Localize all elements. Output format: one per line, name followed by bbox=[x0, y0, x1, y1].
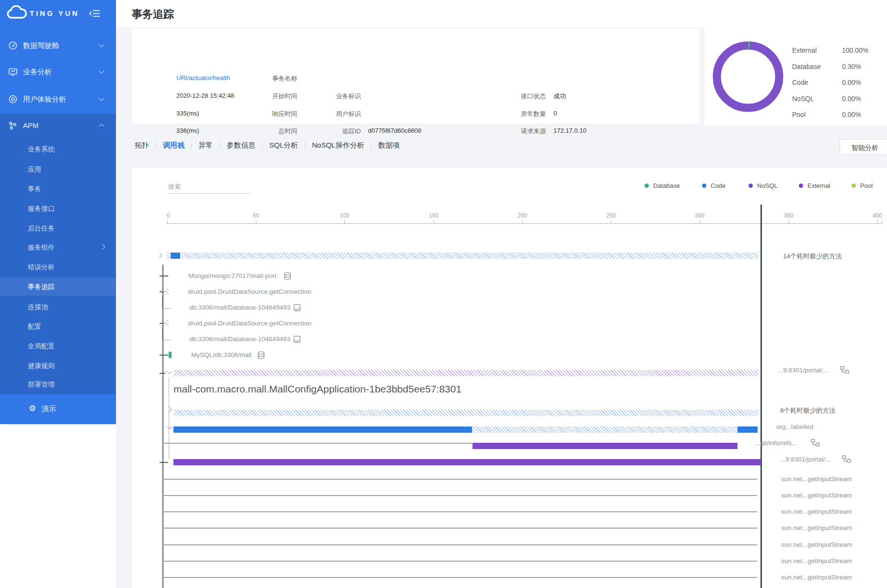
field-label: 事务名称 bbox=[249, 74, 297, 83]
chevron-down-icon bbox=[99, 68, 104, 73]
sidebar-demo-button[interactable]: ⚙ 演示 bbox=[0, 394, 116, 424]
sidebar: TING YUN 数据驾驶舱 业务分析 bbox=[0, 0, 116, 424]
legend-item-code: Code bbox=[702, 182, 726, 189]
time-cursor-line[interactable] bbox=[760, 205, 762, 588]
span-label[interactable]: db:3306/mall/Database-104849493 bbox=[189, 335, 290, 343]
span-right-label[interactable]: org...labelled bbox=[776, 423, 813, 430]
row-line bbox=[163, 479, 757, 480]
sidebar-item-apm[interactable]: APM bbox=[0, 117, 116, 134]
span-right-label[interactable]: sun.net...getInputStream bbox=[781, 541, 852, 548]
span-bar[interactable] bbox=[166, 320, 169, 326]
collapsed-methods-label[interactable]: 14个耗时极少的方法 bbox=[783, 252, 842, 261]
tab-data-items[interactable]: 数据项 bbox=[378, 141, 400, 150]
axis-tick-label: 0 bbox=[167, 212, 170, 219]
span-bar[interactable] bbox=[173, 370, 759, 376]
sidebar-item-label: 数据驾驶舱 bbox=[23, 37, 59, 54]
span-right-label[interactable]: ...9:8301/portal/... bbox=[780, 456, 830, 463]
span-right-label[interactable]: sun.net...getInputStream bbox=[781, 574, 852, 581]
span-right-label[interactable]: sun.net...getInputStream bbox=[781, 492, 852, 499]
tab-topology[interactable]: 拓扑 bbox=[135, 141, 149, 150]
sidebar-subitem-transaction-trace[interactable]: 事务追踪 bbox=[0, 277, 116, 296]
tab-parameters[interactable]: 参数信息 bbox=[227, 141, 255, 150]
span-bar[interactable] bbox=[472, 443, 737, 449]
sql-statement-icon bbox=[293, 335, 301, 343]
span-bar[interactable] bbox=[171, 253, 180, 259]
span-right-label[interactable]: sun.net...getInputStream bbox=[781, 557, 852, 565]
legend-item-external: External bbox=[799, 182, 830, 189]
sidebar-subitem-error-analysis[interactable]: 错误分析 bbox=[0, 258, 116, 276]
row-line bbox=[163, 443, 472, 444]
sidebar-subitem-health-rules[interactable]: 健康规则 bbox=[0, 357, 116, 375]
field-label: 追踪ID bbox=[313, 127, 361, 136]
span-bar[interactable] bbox=[169, 352, 172, 358]
breakdown-value: 0.00% bbox=[842, 79, 861, 86]
sidebar-subitem-connection-pool[interactable]: 连接池 bbox=[0, 298, 116, 316]
request-source-value: 172.17.0.10 bbox=[553, 127, 587, 134]
sidebar-subitem-service-interface[interactable]: 服务接口 bbox=[0, 199, 116, 218]
tab-separator bbox=[156, 142, 156, 149]
chevron-down-icon bbox=[99, 95, 104, 101]
target-icon bbox=[8, 94, 18, 104]
transaction-name-link[interactable]: URI/actuator/health bbox=[176, 74, 230, 81]
sidebar-subitem-business-system[interactable]: 业务系统 bbox=[0, 140, 116, 158]
span-label[interactable]: Mongo/mongo:27017/mall-port bbox=[188, 272, 276, 279]
sidebar-subitem-deploy-management[interactable]: 部署管理 bbox=[0, 375, 116, 393]
tab-exceptions[interactable]: 异常 bbox=[198, 141, 213, 150]
span-label[interactable]: db:3306/mall/Database-104849493 bbox=[189, 304, 290, 311]
smart-analysis-button[interactable]: 智能分析 bbox=[840, 139, 887, 155]
sidebar-subitem-background-task[interactable]: 后台任务 bbox=[0, 219, 116, 237]
nodes-icon bbox=[8, 121, 18, 130]
tab-nosql-analysis[interactable]: NoSQL操作分析 bbox=[312, 141, 364, 150]
breakdown-donut-chart bbox=[713, 41, 783, 112]
transaction-info-panel: 事务名称 URI/actuator/health 开始时间 2020-12-28… bbox=[132, 28, 699, 124]
topology-icon[interactable] bbox=[811, 439, 820, 447]
span-right-label[interactable]: sun.net...getInputStream bbox=[781, 508, 852, 515]
code-dot-icon bbox=[702, 184, 706, 188]
tab-call-stack[interactable]: 调用栈 bbox=[163, 141, 184, 150]
legend-item-pool: Pool bbox=[852, 182, 873, 189]
span-right-label[interactable]: sun.net...getInputStream bbox=[781, 475, 852, 483]
span-right-label[interactable]: ...9:8301/portal/... bbox=[778, 367, 828, 374]
span-label[interactable]: druid.pool.DruidDataSource.getConnection bbox=[188, 320, 311, 327]
sidebar-item-data-cockpit[interactable]: 数据驾驶舱 bbox=[0, 37, 116, 54]
span-bar[interactable] bbox=[737, 427, 758, 433]
topology-icon[interactable] bbox=[842, 455, 851, 463]
field-label: 总时间 bbox=[249, 127, 297, 136]
field-label: 响应时间 bbox=[249, 110, 297, 118]
span-right-label[interactable]: ...git/info/refs... bbox=[755, 439, 797, 447]
axis-tick-label: 400 bbox=[873, 212, 882, 219]
sidebar-subitem-global-config[interactable]: 全局配置 bbox=[0, 337, 116, 355]
breakdown-value: 0.00% bbox=[842, 111, 861, 118]
search-input[interactable] bbox=[167, 180, 252, 194]
sidebar-subitem-service-component[interactable]: 服务组件 bbox=[0, 238, 116, 256]
row-line bbox=[163, 577, 757, 578]
sidebar-subitem-application[interactable]: 应用 bbox=[0, 160, 116, 178]
row-line bbox=[163, 495, 757, 496]
timeline-axis bbox=[166, 223, 882, 224]
sidebar-item-business-analysis[interactable]: 业务分析 bbox=[0, 64, 116, 80]
database-icon bbox=[257, 351, 265, 359]
topology-icon[interactable] bbox=[840, 366, 849, 374]
sidebar-subitem-config[interactable]: 配置 bbox=[0, 317, 116, 335]
tab-sql-analysis[interactable]: SQL分析 bbox=[269, 141, 298, 150]
span-bar[interactable] bbox=[166, 288, 169, 295]
span-bar[interactable] bbox=[181, 253, 759, 259]
span-bar[interactable] bbox=[173, 410, 759, 416]
span-label[interactable]: druid.pool.DruidDataSource.getConnection bbox=[188, 288, 311, 295]
breakdown-label: Pool bbox=[792, 111, 806, 118]
sidebar-collapse-icon[interactable] bbox=[89, 8, 100, 19]
header-strip bbox=[116, 0, 887, 27]
span-bar[interactable] bbox=[167, 253, 170, 259]
span-right-label[interactable]: sun.net...getInputStream bbox=[781, 524, 852, 531]
tab-separator bbox=[371, 142, 371, 149]
span-bar[interactable] bbox=[173, 427, 472, 433]
app-window: TING YUN 数据驾驶舱 业务分析 bbox=[0, 0, 887, 588]
sidebar-subitem-transaction[interactable]: 事务 bbox=[0, 180, 116, 198]
axis-tick-label: 300 bbox=[695, 212, 704, 219]
sidebar-item-user-experience[interactable]: 用户体验分析 bbox=[0, 91, 116, 107]
sidebar-item-label: 用户体验分析 bbox=[23, 91, 66, 107]
span-bar[interactable] bbox=[173, 459, 761, 465]
span-bar[interactable] bbox=[472, 427, 737, 433]
collapsed-methods-label[interactable]: 8个耗时极少的方法 bbox=[780, 406, 836, 415]
span-label[interactable]: MySQL/db:3306/mall bbox=[191, 351, 252, 358]
